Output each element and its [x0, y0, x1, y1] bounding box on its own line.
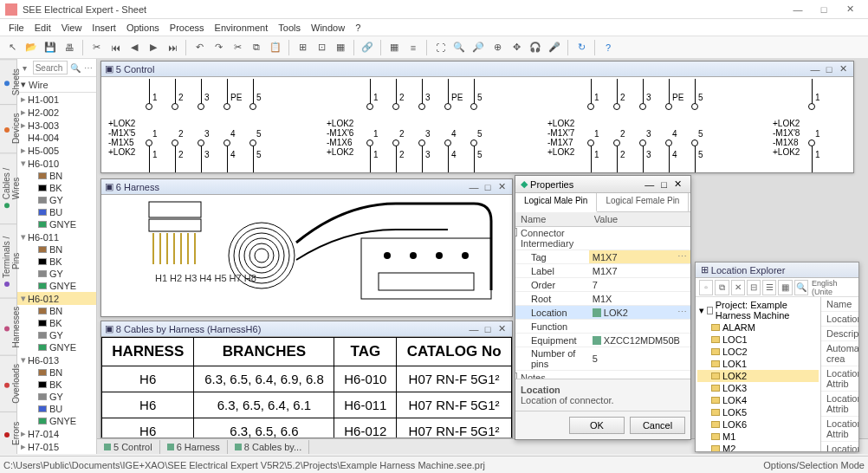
link-icon[interactable]: 🔗	[359, 39, 376, 56]
prev-icon[interactable]: ◀	[126, 39, 143, 56]
pointer-icon[interactable]: ↖	[3, 39, 21, 56]
tree-item[interactable]: BK	[17, 317, 96, 329]
tree-item[interactable]: ▸H1-001	[17, 93, 96, 106]
prop-close-icon[interactable]: ✕	[670, 178, 685, 190]
loc-item[interactable]: LOK2	[697, 370, 819, 382]
loc-item[interactable]: LOC2	[697, 346, 819, 358]
tree-item[interactable]: ▸H3-003	[17, 119, 96, 132]
tree-item[interactable]: GY	[17, 194, 96, 206]
print-icon[interactable]: 🖶	[61, 39, 78, 56]
doc-tab[interactable]: 6 Harness	[160, 440, 228, 454]
insert2-icon[interactable]: ⊡	[313, 39, 330, 56]
cut2-icon[interactable]: ✂	[229, 39, 246, 56]
sidetab-sheets[interactable]: Sheets	[0, 59, 16, 104]
loc-grid-icon[interactable]: ▦	[778, 280, 792, 295]
save-icon[interactable]: 💾	[42, 39, 59, 56]
prop-row[interactable]: RootM1X	[515, 292, 690, 306]
doc-close-icon[interactable]: ✕	[836, 63, 850, 75]
sidetab-errors[interactable]: Errors	[0, 411, 16, 454]
tree-item[interactable]: GY	[17, 391, 96, 403]
loc-item[interactable]: M2	[697, 443, 819, 451]
loc-del-icon[interactable]: ✕	[731, 280, 745, 295]
next-icon[interactable]: ▶	[145, 39, 162, 56]
prop-row[interactable]: Number of pins5	[515, 347, 690, 371]
properties-window[interactable]: ◆ Properties — □ ✕ Logical Male Pin Logi…	[515, 175, 691, 440]
doc-close-icon[interactable]: ✕	[495, 181, 508, 192]
tab-logical-male[interactable]: Logical Male Pin	[515, 193, 597, 212]
filter-icon[interactable]: ▾	[19, 62, 31, 74]
doc-max-icon[interactable]: □	[481, 182, 495, 192]
doc-tab[interactable]: 5 Control	[97, 440, 160, 454]
doc-max-icon[interactable]: □	[481, 324, 495, 334]
prop-row[interactable]: LocationLOK2 ⋯	[515, 306, 690, 320]
loc-list-icon[interactable]: ☰	[762, 280, 776, 295]
tree-item[interactable]: BK	[17, 182, 96, 194]
menu-edit[interactable]: Edit	[29, 21, 56, 35]
tree-item[interactable]: ▾H6-012	[17, 292, 96, 305]
tree-item[interactable]: GY	[17, 268, 96, 280]
tree-item[interactable]: ▾H6-013	[17, 353, 96, 366]
loc-lang[interactable]: English (Unite	[812, 279, 855, 296]
tree-item[interactable]: BU	[17, 403, 96, 415]
location-explorer[interactable]: ⊞ Location Explorer ▫ ⧉ ✕ ⊟ ☰ ▦ 🔍 Englis…	[695, 262, 859, 452]
table-row[interactable]: H66.3, 6.5, 6.4, 6.1H6-011H07 RN-F 5G1²	[102, 392, 512, 418]
loc-root[interactable]: ▾ Project: Example Harness Machine	[697, 299, 819, 321]
sidetab-overloads[interactable]: Overloads	[0, 355, 16, 411]
menu-?[interactable]: ?	[350, 21, 366, 35]
tree-root[interactable]: ▾Wire	[17, 77, 96, 93]
maximize-button[interactable]: □	[811, 4, 837, 15]
grid-icon[interactable]: ▦	[385, 39, 403, 56]
menu-environment[interactable]: Environment	[210, 21, 274, 35]
tree-item[interactable]: BN	[17, 305, 96, 317]
loc-item[interactable]: LOC1	[697, 334, 819, 346]
prop-max-icon[interactable]: □	[657, 179, 670, 190]
prop-min-icon[interactable]: —	[641, 179, 657, 190]
loc-item[interactable]: LOK4	[697, 394, 819, 406]
tree-item[interactable]: BN	[17, 243, 96, 256]
sidetab-devices[interactable]: Devices	[0, 104, 16, 152]
headset-icon[interactable]: 🎧	[527, 39, 544, 56]
table-row[interactable]: H66.3, 6.5, 6.6H6-012H07 RN-F 5G1²	[102, 418, 512, 438]
search-go-icon[interactable]: 🔍	[69, 62, 81, 74]
redo-icon[interactable]: ↷	[210, 39, 227, 56]
zoom-sel-icon[interactable]: ⊕	[489, 39, 506, 56]
zoom-fit-icon[interactable]: ⛶	[431, 39, 449, 56]
prop-row[interactable]: TagM1X7 ⋯	[515, 250, 690, 264]
tree-item[interactable]: BN	[17, 366, 96, 379]
location-tree[interactable]: ▾ Project: Example Harness Machine ALARM…	[696, 297, 821, 451]
loc-tree-icon[interactable]: ⊟	[747, 280, 761, 295]
paste-icon[interactable]: 📋	[267, 39, 284, 56]
cancel-button[interactable]: Cancel	[630, 417, 685, 434]
sidetab-terminals-pins[interactable]: Terminals / Pins	[0, 224, 16, 298]
layers-icon[interactable]: ≡	[405, 39, 422, 56]
undo-icon[interactable]: ↶	[191, 39, 208, 56]
loc-item[interactable]: ALARM	[697, 321, 819, 334]
tree-item[interactable]: ▾H6-011	[17, 230, 96, 243]
tree-item[interactable]: GNYE	[17, 415, 96, 427]
doc-min-icon[interactable]: —	[467, 324, 481, 334]
doc-min-icon[interactable]: —	[467, 182, 481, 192]
zoom-in-icon[interactable]: 🔍	[450, 39, 468, 56]
insert3-icon[interactable]: ▦	[332, 39, 349, 56]
tree-item[interactable]: BK	[17, 379, 96, 391]
prop-row[interactable]: EquipmentXZCC12MDM50B	[515, 334, 690, 347]
loc-copy-icon[interactable]: ⧉	[715, 280, 729, 295]
menu-insert[interactable]: Insert	[87, 21, 121, 35]
menu-window[interactable]: Window	[306, 21, 350, 35]
last-icon[interactable]: ⏭	[164, 39, 181, 56]
refresh-icon[interactable]: ↻	[573, 39, 590, 56]
loc-item[interactable]: M1	[697, 431, 819, 443]
tree-item[interactable]: GNYE	[17, 280, 96, 292]
property-grid[interactable]: −Connector IntermediaryTagM1X7 ⋯LabelM1X…	[515, 227, 690, 379]
insert1-icon[interactable]: ⊞	[294, 39, 311, 56]
tree-item[interactable]: ▸H7-014	[17, 427, 96, 440]
loc-item[interactable]: LOK6	[697, 418, 819, 431]
menu-options[interactable]: Options	[121, 21, 165, 35]
prop-row[interactable]: Function	[515, 320, 690, 334]
loc-item[interactable]: LOK5	[697, 406, 819, 418]
tree-item[interactable]: H4-004	[17, 132, 96, 144]
tree-item[interactable]: GNYE	[17, 218, 96, 230]
cut-icon[interactable]: ✂	[87, 39, 105, 56]
minimize-button[interactable]: —	[785, 4, 811, 15]
tree-item[interactable]: ▸H5-005	[17, 144, 96, 157]
